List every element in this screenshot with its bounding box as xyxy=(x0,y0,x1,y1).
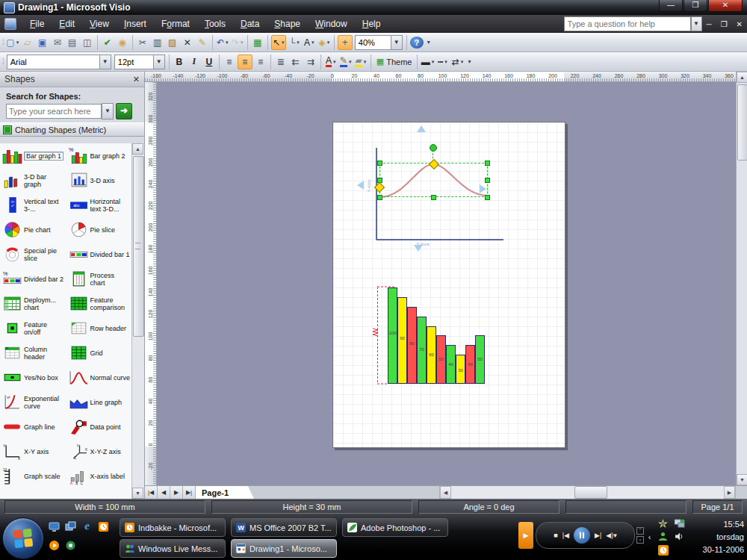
font-name-combo[interactable]: Arial▼ xyxy=(7,55,111,69)
text-tool-button[interactable]: A▾ xyxy=(303,36,316,49)
connector-tool-button[interactable]: └▾ xyxy=(288,36,301,49)
scroll-up-icon[interactable]: ▲ xyxy=(737,72,747,83)
line-pattern-button[interactable]: ┅▾ xyxy=(436,55,449,69)
menu-insert[interactable]: Insert xyxy=(117,16,154,31)
clock[interactable]: 15:54 torsdag 30-11-2006 xyxy=(695,518,747,556)
decrease-indent-button[interactable]: ⇇ xyxy=(289,55,303,69)
shape-bar-graph-2[interactable]: %Bar graph 2 xyxy=(66,143,133,168)
new-button[interactable]: ▢▾ xyxy=(6,36,19,49)
tray-clock-app-icon[interactable] xyxy=(657,544,669,556)
italic-button[interactable]: I xyxy=(187,55,201,69)
shape-pie-chart[interactable]: Pie chart xyxy=(0,217,66,242)
shape-graph-line[interactable]: Graph line xyxy=(0,414,66,439)
selection-handle[interactable] xyxy=(485,161,490,166)
messenger-status-icon[interactable] xyxy=(657,531,669,542)
menu-tools[interactable]: Tools xyxy=(197,16,233,31)
align-left-button[interactable]: ≡ xyxy=(223,55,236,69)
bar-segment[interactable] xyxy=(388,287,397,384)
menu-data[interactable]: Data xyxy=(233,16,267,31)
shape-divided-bar-2[interactable]: %Divided bar 2 xyxy=(0,267,66,291)
pan-zoom-button[interactable]: + xyxy=(338,35,353,50)
toolbar-grip[interactable]: ⁞ xyxy=(2,57,3,66)
shape-graph-scale[interactable]: 10Graph scale xyxy=(0,464,66,488)
stencil-title-bar[interactable]: Charting Shapes (Metric) xyxy=(0,122,144,137)
selection-handle[interactable] xyxy=(377,195,382,200)
delete-button[interactable]: ✕ xyxy=(181,36,194,49)
font-color-button[interactable]: A▾ xyxy=(324,55,338,69)
mdi-close-button[interactable]: ✕ xyxy=(732,20,747,28)
taskbar-button-visio[interactable]: Drawing1 - Microso... xyxy=(231,539,337,558)
close-button[interactable]: ✕ xyxy=(708,0,743,12)
shape-feature-comparison[interactable]: Feature comparison xyxy=(66,291,133,316)
start-button[interactable] xyxy=(2,517,44,559)
page-tab[interactable]: Page-1 xyxy=(196,486,254,499)
selection-handle[interactable] xyxy=(485,178,490,183)
wmp-volume-button[interactable]: ◀)▾ xyxy=(606,532,616,539)
horizontal-scrollbar[interactable]: ◀ ▶ xyxy=(439,486,735,499)
shape-exponential-curve[interactable]: x²Exponential curve xyxy=(0,390,66,414)
toolbar-grip[interactable]: ⁞ xyxy=(2,38,3,46)
search-go-button[interactable]: ➜ xyxy=(116,103,132,119)
volume-icon[interactable] xyxy=(674,531,685,542)
help-question-input[interactable] xyxy=(564,16,691,31)
shape-line-graph[interactable]: Line graph xyxy=(66,390,133,414)
shape-xy-axis[interactable]: YXX-Y axis xyxy=(0,439,66,464)
underline-button[interactable]: U xyxy=(202,55,216,69)
help-button[interactable]: ? xyxy=(410,37,424,49)
autoconnect-right-icon[interactable] xyxy=(480,184,486,193)
shapes-panel-close-icon[interactable]: ✕ xyxy=(133,75,140,84)
pointer-tool-button[interactable]: ↖▾ xyxy=(271,35,286,50)
scrollbar-thumb[interactable] xyxy=(133,156,144,337)
scroll-down-icon[interactable]: ▼ xyxy=(737,474,747,485)
scroll-down-icon[interactable]: ▼ xyxy=(132,488,143,499)
selection-handle[interactable] xyxy=(377,161,382,166)
wmp-logo-icon[interactable]: ▶ xyxy=(518,522,533,549)
switch-windows-icon[interactable] xyxy=(64,520,77,533)
increase-indent-button[interactable]: ⇉ xyxy=(304,55,317,69)
shape-data-point[interactable]: Data point xyxy=(66,414,133,439)
bold-button[interactable]: B xyxy=(173,55,186,69)
line-ends-button[interactable]: ⇄▾ xyxy=(450,55,464,69)
scroll-left-icon[interactable]: ◀ xyxy=(440,486,451,499)
wmp-pause-button[interactable] xyxy=(574,527,590,544)
shape-deployment-chart[interactable]: Deploym... chart xyxy=(0,291,66,316)
next-page-button[interactable]: ▶ xyxy=(170,486,183,499)
shapes-scrollbar[interactable]: ▲ ▼ xyxy=(131,143,144,499)
shape-pie-slice[interactable]: Pie slice xyxy=(66,217,133,242)
selection-handle[interactable] xyxy=(485,195,490,200)
search-dropdown-icon[interactable]: ▼ xyxy=(102,103,114,119)
selection-handle[interactable] xyxy=(431,195,436,200)
restore-button[interactable]: ❐ xyxy=(684,0,707,12)
menu-view[interactable]: View xyxy=(82,16,117,31)
open-button[interactable]: ▱ xyxy=(21,36,34,49)
shapes-window-button[interactable]: ▦ xyxy=(251,36,264,49)
rotation-handle[interactable] xyxy=(430,144,437,152)
shape-x-axis-label[interactable]: ABCX-axis label xyxy=(66,464,133,488)
shape-axis-3d[interactable]: 3-D axis xyxy=(66,168,133,193)
scroll-up-icon[interactable]: ▲ xyxy=(132,143,143,155)
shape-vertical-text[interactable]: y=x²Vertical text 3-... xyxy=(0,193,66,217)
mdi-restore-button[interactable]: ❐ xyxy=(716,20,732,28)
wmp-stop-button[interactable]: ■ xyxy=(554,532,557,539)
shape-divided-bar-1[interactable]: Divided bar 1 xyxy=(66,242,133,267)
copy-button[interactable]: ▥ xyxy=(151,36,164,49)
shape-process-chart[interactable]: Process chart xyxy=(66,267,133,291)
toolbar-options-icon[interactable]: ▾ xyxy=(427,39,430,46)
spelling-button[interactable]: ✔ xyxy=(101,36,114,49)
media-center-icon[interactable] xyxy=(64,539,77,552)
redo-button[interactable]: ↷▾ xyxy=(231,36,244,49)
autoconnect-up-icon[interactable] xyxy=(417,125,426,132)
drawing-canvas[interactable]: Y-Axis X-Axis 100908070605040304050 xyxy=(157,82,736,485)
print-preview-button[interactable]: ◫ xyxy=(81,36,94,49)
wmp-next-button[interactable]: ▶| xyxy=(595,532,601,539)
paste-button[interactable]: ▨ xyxy=(166,36,179,49)
freeform-tool-button[interactable]: ◈▾ xyxy=(317,36,331,49)
line-weight-button[interactable]: ▬▾ xyxy=(421,55,434,69)
shape-xyz-axis[interactable]: YXZX-Y-Z axis xyxy=(66,439,133,464)
bullets-button[interactable]: ≣ xyxy=(274,55,288,69)
shape-search-input[interactable] xyxy=(6,104,102,119)
network-icon[interactable] xyxy=(674,518,685,529)
menu-help[interactable]: Help xyxy=(355,16,388,31)
menu-edit[interactable]: Edit xyxy=(52,16,82,31)
menu-format[interactable]: Format xyxy=(154,16,197,31)
